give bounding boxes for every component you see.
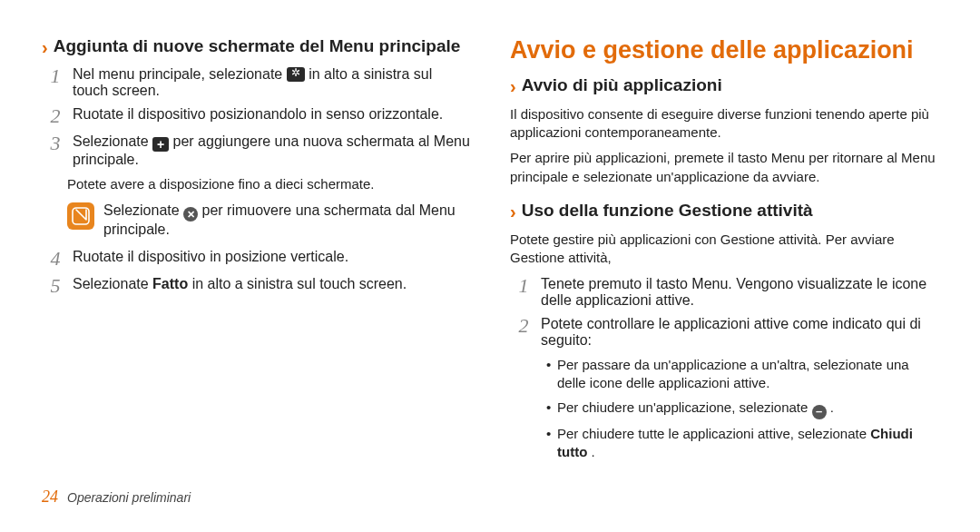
step1-text-a: Nel menu principale, selezionate [73, 66, 287, 82]
step-4: 4 Ruotate il dispositivo in posizione ve… [42, 249, 470, 269]
bullet-3a: Per chiudere tutte le applicazioni attiv… [557, 426, 870, 441]
page-spread: › Aggiunta di nuove schermate del Menu p… [42, 36, 938, 505]
step-body: Ruotate il dispositivo posizionandolo in… [73, 106, 470, 126]
tip-body: Selezionate ✕ per rimuovere una schermat… [103, 202, 470, 238]
section-title: Operazioni preliminari [67, 490, 191, 505]
step-3: 3 Selezionate + per aggiungere una nuova… [42, 133, 470, 168]
sec2-heading-text: Uso della funzione Gestione attività [522, 201, 813, 222]
step-5: 5 Selezionate Fatto in alto a sinistra s… [42, 276, 470, 296]
step-number: 3 [47, 133, 64, 168]
sec1-p2: Per aprire più applicazioni, premete il … [510, 149, 938, 186]
left-heading: › Aggiunta di nuove schermate del Menu p… [42, 36, 470, 57]
step-2: 2 Ruotate il dispositivo posizionandolo … [42, 106, 470, 126]
step5-text-b: in alto a sinistra sul touch screen. [192, 276, 407, 291]
chevron-icon: › [510, 77, 516, 95]
right-column: Avvio e gestione delle applicazioni › Av… [510, 36, 938, 505]
step-number: 2 [47, 106, 64, 126]
bullet-list: Per passare da un'applicazione a un'altr… [546, 356, 938, 461]
page-footer: 24 Operazioni preliminari [42, 488, 191, 507]
sec2-p1: Potete gestire più applicazioni con Gest… [510, 231, 938, 268]
bullet-3b: . [591, 444, 594, 459]
chevron-icon: › [510, 202, 516, 221]
bullet-2b: . [830, 399, 834, 415]
minus-icon: – [812, 405, 827, 419]
left-heading-text: Aggiunta di nuove schermate del Menu pri… [54, 36, 461, 57]
bullet-1: Per passare da un'applicazione a un'altr… [546, 356, 938, 393]
step-number: 5 [47, 276, 64, 296]
step-body: Tenete premuto il tasto Menu. Vengono vi… [541, 276, 938, 309]
gear-icon [287, 67, 305, 82]
page-number: 24 [42, 488, 58, 507]
chevron-icon: › [42, 38, 48, 56]
bullet-2: Per chiudere un'applicazione, selezionat… [546, 399, 938, 419]
step-number: 4 [47, 249, 64, 269]
step-body: Selezionate Fatto in alto a sinistra sul… [73, 276, 470, 296]
sec2-step-1: 1 Tenete premuto il tasto Menu. Vengono … [510, 276, 938, 309]
note-icon [67, 202, 94, 230]
step-number: 1 [515, 276, 532, 309]
step-number: 2 [515, 316, 532, 349]
step-body: Nel menu principale, selezionate in alto… [73, 66, 470, 99]
sec2-heading: › Uso della funzione Gestione attività [510, 201, 938, 222]
left-column: › Aggiunta di nuove schermate del Menu p… [42, 36, 470, 505]
bullet-3: Per chiudere tutte le applicazioni attiv… [546, 425, 938, 462]
right-h1: Avvio e gestione delle applicazioni [510, 36, 938, 64]
sec2-step-2: 2 Potete controllare le applicazioni att… [510, 316, 938, 349]
bullet-2a: Per chiudere un'applicazione, selezionat… [557, 399, 812, 415]
plus-icon: + [152, 137, 169, 152]
tip-callout: Selezionate ✕ per rimuovere una schermat… [67, 202, 470, 238]
close-icon: ✕ [183, 207, 198, 222]
sec1-p1: Il dispositivo consente di eseguire dive… [510, 105, 938, 143]
sec1-heading: › Avvio di più applicazioni [510, 75, 938, 96]
step-number: 1 [47, 66, 64, 99]
step-body: Potete controllare le applicazioni attiv… [541, 316, 938, 349]
step-1: 1 Nel menu principale, selezionate in al… [42, 66, 470, 99]
step3-text-a: Selezionate [73, 133, 152, 149]
step-body: Ruotate il dispositivo in posizione vert… [73, 249, 470, 269]
step5-bold: Fatto [152, 276, 188, 291]
tip-text-a: Selezionate [103, 202, 183, 218]
step3-note: Potete avere a disposizione fino a dieci… [67, 175, 470, 193]
sec1-heading-text: Avvio di più applicazioni [522, 75, 722, 96]
step-body: Selezionate + per aggiungere una nuova s… [73, 133, 470, 168]
step5-text-a: Selezionate [73, 276, 152, 291]
